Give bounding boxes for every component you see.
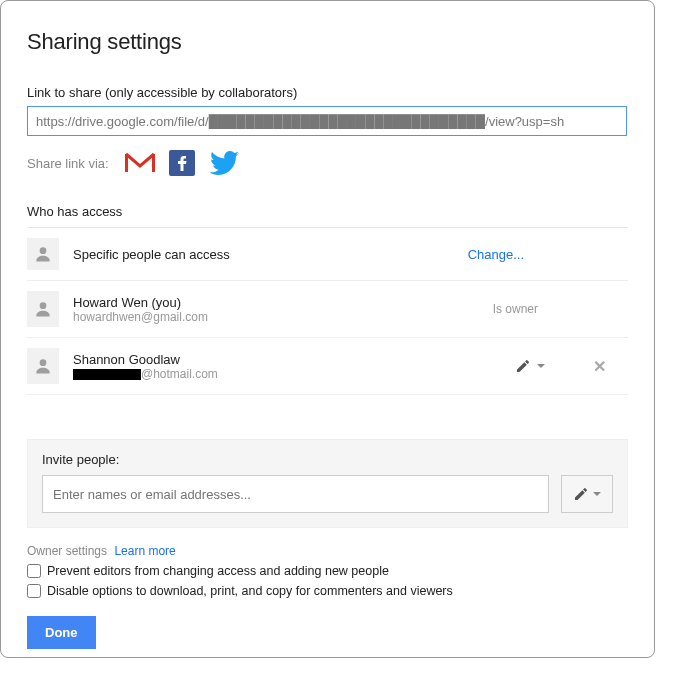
learn-more-link[interactable]: Learn more: [114, 544, 175, 558]
person-name: Shannon Goodlaw: [73, 352, 515, 367]
person-avatar: [27, 348, 59, 384]
invite-input[interactable]: [42, 475, 549, 513]
gmail-icon[interactable]: [125, 152, 155, 174]
prevent-editors-checkbox-row[interactable]: Prevent editors from changing access and…: [27, 564, 628, 578]
remove-person-button[interactable]: ✕: [593, 357, 606, 376]
access-person-row: Shannon Goodlaw @hotmail.com ✕: [27, 338, 628, 395]
person-avatar: [27, 291, 59, 327]
owner-settings-row: Owner settings Learn more: [27, 544, 628, 558]
disable-download-checkbox-row[interactable]: Disable options to download, print, and …: [27, 584, 628, 598]
access-visibility-row: Specific people can access Change...: [27, 228, 628, 281]
access-list: Specific people can access Change... How…: [27, 227, 628, 395]
sharing-settings-dialog: Sharing settings Link to share (only acc…: [0, 0, 655, 658]
share-via-label: Share link via:: [27, 156, 109, 171]
person-email: @hotmail.com: [73, 367, 515, 381]
link-share-label: Link to share (only accessible by collab…: [27, 85, 628, 100]
prevent-editors-checkbox[interactable]: [27, 564, 41, 578]
share-via-row: Share link via:: [27, 150, 628, 176]
dialog-title: Sharing settings: [27, 29, 628, 55]
edit-permission-dropdown[interactable]: [515, 358, 545, 374]
svg-rect-1: [125, 154, 128, 172]
invite-permission-button[interactable]: [561, 475, 613, 513]
chevron-down-icon: [537, 364, 545, 368]
twitter-icon[interactable]: [209, 151, 239, 175]
chevron-down-icon: [593, 492, 601, 496]
share-link-input[interactable]: [27, 106, 627, 136]
invite-people-box: Invite people:: [27, 439, 628, 528]
disable-download-checkbox[interactable]: [27, 584, 41, 598]
done-button[interactable]: Done: [27, 616, 96, 649]
visibility-icon: [27, 238, 59, 270]
checkbox-label: Disable options to download, print, and …: [47, 584, 453, 598]
person-name: Howard Wen (you): [73, 295, 493, 310]
invite-label: Invite people:: [42, 452, 613, 467]
facebook-icon[interactable]: [169, 150, 195, 176]
redacted-text: [73, 369, 141, 380]
change-visibility-link[interactable]: Change...: [468, 247, 524, 262]
svg-point-5: [40, 302, 47, 309]
svg-point-6: [40, 359, 47, 366]
who-has-access-label: Who has access: [27, 204, 628, 219]
role-label: Is owner: [493, 302, 538, 316]
access-person-row: Howard Wen (you) howardhwen@gmail.com Is…: [27, 281, 628, 338]
svg-rect-2: [152, 154, 155, 172]
visibility-text: Specific people can access: [73, 247, 468, 262]
checkbox-label: Prevent editors from changing access and…: [47, 564, 389, 578]
svg-point-4: [40, 247, 47, 254]
person-email: howardhwen@gmail.com: [73, 310, 493, 324]
owner-settings-label: Owner settings: [27, 544, 107, 558]
